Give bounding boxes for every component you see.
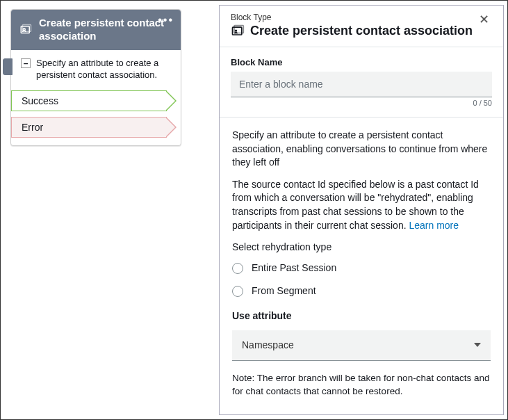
description-paragraph-1: Specify an attribute to create a persist…: [232, 129, 491, 170]
output-error[interactable]: Error: [11, 116, 181, 138]
namespace-select[interactable]: Namespace: [232, 330, 491, 362]
flow-block[interactable]: Create persistent contact association ••…: [10, 9, 181, 146]
use-attribute-label: Use attribute: [232, 309, 491, 323]
flow-block-description: Specify an attribute to create a persist…: [36, 57, 171, 81]
flow-block-header[interactable]: Create persistent contact association ••…: [11, 10, 181, 50]
config-panel: ✕ Block Type Create persistent contact a…: [219, 5, 504, 415]
chevron-down-icon: [474, 343, 481, 347]
rehydration-type-radio-group: Entire Past Session From Segment: [232, 261, 491, 298]
description-paragraph-2: The source contact Id specified below is…: [232, 178, 491, 232]
contact-card-icon: [19, 24, 32, 36]
collapse-toggle[interactable]: –: [21, 58, 31, 68]
block-name-input[interactable]: [231, 72, 492, 97]
block-name-charcount: 0 / 50: [231, 99, 492, 107]
svg-point-5: [235, 29, 237, 31]
radio-icon: [232, 286, 243, 297]
more-options-icon[interactable]: •••: [158, 14, 174, 26]
output-error-label: Error: [11, 117, 167, 138]
flow-block-title: Create persistent contact association: [39, 17, 172, 43]
error-branch-note: Note: The error branch will be taken for…: [232, 372, 491, 398]
block-name-label: Block Name: [231, 57, 492, 67]
radio-label: Entire Past Session: [252, 261, 336, 275]
panel-header: ✕ Block Type Create persistent contact a…: [220, 6, 503, 47]
panel-subtitle: Block Type: [231, 13, 492, 22]
contact-card-icon: [231, 24, 245, 38]
block-name-section: Block Name 0 / 50: [220, 47, 503, 118]
output-success-connector[interactable]: [167, 90, 181, 111]
input-connector[interactable]: [3, 58, 13, 75]
radio-entire-past-session[interactable]: Entire Past Session: [232, 261, 491, 275]
panel-title-row: Create persistent contact association: [231, 24, 492, 38]
panel-body: Specify an attribute to create a persist…: [220, 118, 503, 414]
radio-label: From Segment: [252, 284, 316, 298]
namespace-select-value: Namespace: [242, 339, 294, 353]
panel-title: Create persistent contact association: [250, 24, 473, 38]
radio-icon: [232, 263, 243, 274]
flow-block-body: – Specify an attribute to create a persi…: [11, 50, 181, 86]
output-success[interactable]: Success: [11, 90, 181, 112]
svg-point-2: [23, 29, 25, 31]
flow-outputs: Success Error: [11, 90, 181, 145]
output-success-label: Success: [11, 90, 167, 111]
rehydration-type-label: Select rehydration type: [232, 241, 491, 255]
output-error-connector[interactable]: [167, 117, 181, 138]
close-button[interactable]: ✕: [475, 11, 493, 28]
radio-from-segment[interactable]: From Segment: [232, 284, 491, 298]
learn-more-link[interactable]: Learn more: [409, 220, 459, 231]
